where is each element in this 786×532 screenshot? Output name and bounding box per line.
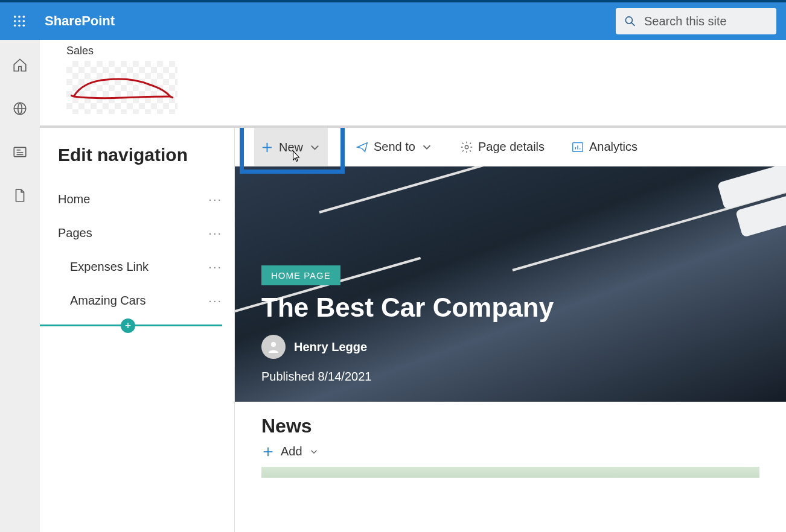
- add-news-label: Add: [281, 445, 302, 458]
- gear-icon: [460, 141, 473, 154]
- page-type-badge: HOME PAGE: [261, 265, 340, 285]
- svg-point-5: [23, 20, 25, 22]
- chevron-down-icon: [308, 141, 322, 154]
- svg-point-3: [14, 20, 16, 22]
- search-input[interactable]: [644, 14, 768, 28]
- analytics-label: Analytics: [589, 140, 637, 154]
- page-title: The Best Car Company: [261, 293, 759, 323]
- site-name[interactable]: Sales: [66, 45, 759, 57]
- add-nav-item-button[interactable]: +: [121, 318, 135, 333]
- more-icon[interactable]: ···: [208, 260, 227, 274]
- nav-item-pages[interactable]: Pages ···: [58, 216, 227, 250]
- car-logo-icon: [71, 72, 173, 103]
- analytics-icon: [571, 141, 584, 154]
- nav-item-label: Expenses Link: [70, 260, 149, 274]
- avatar[interactable]: [261, 335, 286, 359]
- app-launcher-button[interactable]: [8, 10, 30, 32]
- person-icon: [266, 340, 281, 354]
- global-header: SharePoint: [0, 2, 786, 40]
- svg-point-8: [23, 25, 25, 27]
- new-button[interactable]: New: [254, 128, 328, 166]
- waffle-icon: [13, 14, 26, 28]
- news-card-placeholder[interactable]: [261, 467, 759, 478]
- news-icon: [12, 144, 28, 160]
- svg-point-23: [271, 342, 276, 347]
- svg-point-6: [14, 25, 16, 27]
- nav-item-label: Pages: [58, 226, 92, 240]
- add-news-button[interactable]: Add: [261, 445, 759, 458]
- chevron-down-icon: [420, 141, 433, 154]
- send-to-label: Send to: [374, 140, 415, 154]
- svg-point-7: [18, 25, 21, 27]
- send-to-button[interactable]: Send to: [348, 133, 441, 161]
- author-row: Henry Legge: [261, 335, 759, 359]
- svg-rect-12: [14, 147, 26, 156]
- news-section: News Add: [235, 402, 786, 491]
- page-details-label: Page details: [478, 140, 545, 154]
- rail-globe-button[interactable]: [9, 98, 31, 119]
- file-icon: [12, 188, 28, 203]
- rail-news-button[interactable]: [9, 141, 31, 163]
- news-title: News: [261, 415, 759, 437]
- nav-item-expenses-link[interactable]: Expenses Link ···: [58, 250, 227, 283]
- svg-line-10: [631, 22, 635, 26]
- author-name[interactable]: Henry Legge: [294, 340, 367, 354]
- rail-home-button[interactable]: [9, 54, 31, 76]
- more-icon[interactable]: ···: [208, 192, 227, 206]
- main-pane: New Send to Page details: [235, 128, 786, 532]
- site-logo[interactable]: [66, 61, 177, 114]
- nav-item-label: Home: [58, 192, 90, 206]
- svg-point-9: [625, 17, 632, 24]
- nav-panel-title: Edit navigation: [58, 145, 227, 165]
- plus-icon: [260, 141, 274, 154]
- svg-point-1: [18, 16, 21, 18]
- site-header: Sales: [40, 40, 786, 125]
- published-date: Published 8/14/2021: [261, 370, 759, 384]
- send-icon: [356, 141, 369, 154]
- nav-item-home[interactable]: Home ···: [58, 182, 227, 216]
- new-button-label: New: [279, 141, 303, 154]
- plus-icon: [261, 445, 275, 458]
- search-box[interactable]: [616, 8, 776, 34]
- chevron-down-icon: [308, 446, 319, 457]
- more-icon[interactable]: ···: [208, 226, 227, 240]
- app-name[interactable]: SharePoint: [45, 13, 115, 29]
- nav-item-label: Amazing Cars: [70, 294, 146, 308]
- nav-item-amazing-cars[interactable]: Amazing Cars ···: [58, 283, 227, 317]
- svg-point-2: [23, 16, 25, 18]
- command-bar: New Send to Page details: [235, 128, 786, 166]
- svg-point-4: [18, 20, 21, 22]
- rail-file-button[interactable]: [9, 185, 31, 206]
- svg-point-0: [14, 16, 16, 18]
- globe-icon: [12, 101, 28, 116]
- svg-point-18: [465, 145, 468, 149]
- search-icon: [624, 14, 636, 28]
- left-rail: [0, 40, 40, 532]
- page-details-button[interactable]: Page details: [453, 133, 552, 161]
- hero-banner: HOME PAGE The Best Car Company Henry Leg…: [235, 166, 786, 402]
- analytics-button[interactable]: Analytics: [564, 133, 645, 161]
- edit-navigation-panel: Edit navigation Home ··· Pages ··· Expen…: [40, 128, 235, 532]
- more-icon[interactable]: ···: [208, 294, 227, 308]
- home-icon: [12, 57, 28, 73]
